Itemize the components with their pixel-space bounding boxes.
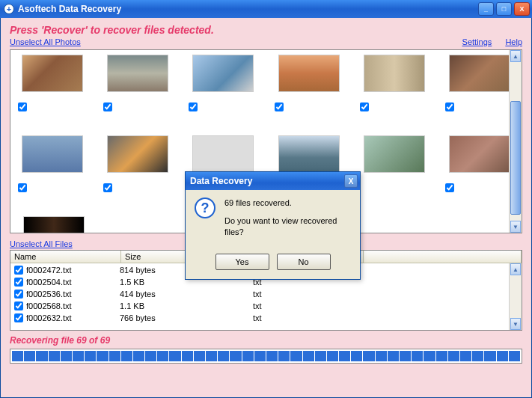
photo-checkbox[interactable] bbox=[360, 102, 369, 111]
minimize-button[interactable]: _ bbox=[478, 2, 494, 16]
progress-segment bbox=[169, 351, 180, 361]
settings-link[interactable]: Settings bbox=[462, 37, 492, 46]
photo-checkbox[interactable] bbox=[18, 102, 27, 111]
photo-checkbox[interactable] bbox=[445, 102, 454, 111]
progress-segment bbox=[497, 351, 508, 361]
file-checkbox[interactable] bbox=[14, 278, 23, 287]
file-extension: txt bbox=[253, 290, 358, 298]
file-checkbox[interactable] bbox=[14, 266, 23, 275]
progress-segment bbox=[327, 351, 338, 361]
progress-segment bbox=[121, 351, 132, 361]
scroll-up-arrow[interactable]: ▲ bbox=[510, 50, 521, 62]
photo-checkbox[interactable] bbox=[445, 183, 454, 192]
progress-segment bbox=[400, 351, 411, 361]
photo-scrollbar[interactable]: ▲ ▼ bbox=[509, 50, 522, 233]
photo-item[interactable] bbox=[445, 55, 514, 129]
file-checkbox[interactable] bbox=[14, 290, 23, 298]
progress-segment bbox=[73, 351, 84, 361]
photo-checkbox[interactable] bbox=[275, 102, 284, 111]
progress-segment bbox=[24, 351, 35, 361]
question-icon: ? bbox=[195, 198, 215, 218]
scroll-down-arrow[interactable]: ▼ bbox=[510, 318, 521, 330]
photo-checkbox[interactable] bbox=[18, 183, 27, 192]
table-row[interactable]: f0002536.txt 414 bytes txt bbox=[10, 288, 522, 300]
table-row[interactable]: f0002568.txt 1.1 KB txt bbox=[10, 300, 522, 312]
thumbnail bbox=[364, 135, 425, 173]
photo-checkbox[interactable] bbox=[103, 102, 112, 111]
recovery-status: Recovering file 69 of 69 bbox=[10, 335, 522, 346]
help-link[interactable]: Help bbox=[505, 37, 522, 46]
file-name: f0002504.txt bbox=[26, 278, 120, 287]
scroll-down-arrow[interactable]: ▼ bbox=[510, 221, 521, 233]
yes-button[interactable]: Yes bbox=[215, 254, 269, 270]
progress-segment bbox=[448, 351, 459, 361]
progress-segment bbox=[157, 351, 168, 361]
window-title: Asoftech Data Recovery bbox=[18, 4, 121, 14]
progress-segment bbox=[460, 351, 471, 361]
thumbnail bbox=[22, 55, 83, 92]
photo-item[interactable] bbox=[275, 55, 343, 129]
progress-segment bbox=[424, 351, 435, 361]
progress-segment bbox=[412, 351, 423, 361]
unselect-all-files-link[interactable]: Unselect All Files bbox=[10, 239, 73, 248]
progress-segment bbox=[97, 351, 108, 361]
file-extension: txt bbox=[253, 313, 358, 322]
progress-segment bbox=[315, 351, 326, 361]
titlebar: + Asoftech Data Recovery _ □ X bbox=[0, 0, 532, 18]
file-name: f0002568.txt bbox=[26, 301, 120, 310]
progress-segment bbox=[363, 351, 374, 361]
progress-segment bbox=[230, 351, 241, 361]
progress-segment bbox=[206, 351, 217, 361]
thumbnail bbox=[107, 55, 168, 92]
file-extension: txt bbox=[253, 301, 358, 310]
progress-segment bbox=[145, 351, 156, 361]
photo-item[interactable] bbox=[18, 55, 87, 129]
file-size: 766 bytes bbox=[120, 313, 253, 322]
thumbnail bbox=[192, 55, 254, 92]
file-name: f0002632.txt bbox=[26, 313, 120, 322]
progress-segment bbox=[109, 351, 120, 361]
maximize-button[interactable]: □ bbox=[496, 2, 512, 16]
progress-segment bbox=[266, 351, 278, 361]
progress-segment bbox=[278, 351, 290, 361]
unselect-all-photos-link[interactable]: Unselect All Photos bbox=[10, 37, 81, 46]
photo-item[interactable] bbox=[103, 55, 172, 129]
progress-segment bbox=[133, 351, 144, 361]
photo-item[interactable] bbox=[445, 135, 514, 210]
thumbnail bbox=[192, 135, 254, 173]
photo-item[interactable] bbox=[360, 55, 429, 129]
photo-item[interactable] bbox=[189, 55, 257, 129]
progress-segment bbox=[351, 351, 362, 361]
progress-segment bbox=[49, 351, 60, 361]
dialog-title: Data Recovery bbox=[190, 176, 252, 186]
file-checkbox[interactable] bbox=[14, 301, 23, 310]
close-button[interactable]: X bbox=[514, 2, 530, 16]
photo-item[interactable] bbox=[360, 135, 429, 210]
progress-segment bbox=[61, 351, 72, 361]
progress-segment bbox=[194, 351, 205, 361]
progress-segment bbox=[376, 351, 387, 361]
thumbnail bbox=[23, 216, 85, 233]
photo-item[interactable] bbox=[18, 216, 89, 233]
thumbnail bbox=[449, 55, 510, 92]
table-row[interactable]: f0002632.txt 766 bytes txt bbox=[10, 312, 522, 324]
file-size: 1.1 KB bbox=[120, 301, 253, 310]
progress-segment bbox=[242, 351, 254, 361]
thumbnail bbox=[107, 135, 168, 173]
no-button[interactable]: No bbox=[277, 254, 331, 270]
dialog-close-button[interactable]: X bbox=[344, 174, 358, 188]
photo-checkbox[interactable] bbox=[189, 102, 198, 111]
progress-segment bbox=[218, 351, 229, 361]
thumbnail bbox=[278, 55, 340, 92]
photo-item[interactable] bbox=[18, 135, 87, 210]
thumbnail bbox=[278, 135, 340, 173]
progress-segment bbox=[303, 351, 314, 361]
file-size: 414 bytes bbox=[120, 290, 253, 298]
scroll-up-arrow[interactable]: ▲ bbox=[510, 263, 521, 275]
col-header-name[interactable]: Name bbox=[10, 251, 121, 263]
file-checkbox[interactable] bbox=[14, 313, 23, 322]
scroll-thumb[interactable] bbox=[510, 101, 521, 215]
file-list-scrollbar[interactable]: ▲ ▼ bbox=[509, 263, 522, 330]
photo-checkbox[interactable] bbox=[103, 183, 112, 192]
photo-item[interactable] bbox=[103, 135, 172, 210]
